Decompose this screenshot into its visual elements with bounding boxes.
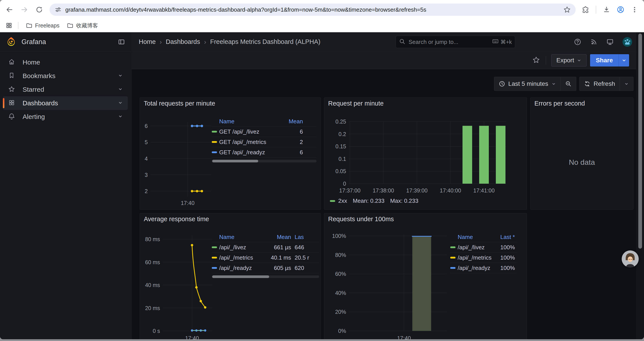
legend-scrollbar-thumb[interactable]	[212, 160, 258, 162]
sidebar-item-alerting[interactable]: Alerting	[3, 110, 128, 124]
legend-series-name[interactable]: 2xx	[338, 197, 347, 204]
zoom-out-button[interactable]	[560, 77, 576, 91]
legend-column-header[interactable]: Name	[219, 118, 279, 125]
page-scrollbar-thumb[interactable]	[638, 34, 642, 249]
series-name[interactable]: /api/_/metrics	[219, 254, 266, 261]
legend-scrollbar[interactable]	[212, 275, 319, 278]
page-scrollbar-track[interactable]	[636, 32, 644, 339]
panel-requests-under-100ms[interactable]: Requests under 100ms 100%80%60%40%20%0%1…	[324, 213, 527, 339]
favorite-star-icon[interactable]	[532, 56, 540, 65]
legend-header[interactable]: NameMean	[212, 117, 316, 127]
breadcrumb-home[interactable]: Home	[139, 38, 156, 46]
series-name[interactable]: GET /api/_/livez	[219, 128, 279, 135]
series-name[interactable]: /api/_/readyz	[219, 265, 266, 271]
series-name[interactable]: /api/_/metrics	[458, 254, 493, 261]
legend-scrollbar[interactable]	[212, 160, 316, 162]
site-settings-icon[interactable]	[54, 6, 62, 14]
legend-table: NameMeanLas/api/_/livez661 µs646/api/_/m…	[212, 232, 319, 278]
series-name[interactable]: GET /api/_/metrics	[219, 139, 279, 146]
help-icon[interactable]	[574, 38, 581, 46]
panel-errors-per-second[interactable]: Errors per second No data	[530, 97, 634, 210]
legend-header[interactable]: NameLast *	[450, 232, 517, 242]
chevron-down-icon[interactable]	[118, 73, 123, 79]
legend-scrollbar-thumb[interactable]	[212, 275, 269, 278]
star-icon	[8, 86, 15, 94]
share-button[interactable]: Share	[590, 54, 629, 67]
reload-icon[interactable]	[36, 6, 43, 14]
legend-column-header[interactable]: Name	[458, 234, 493, 240]
legend-row[interactable]: /api/_/metrics40.1 ms20.5 r	[212, 253, 319, 263]
legend-header[interactable]: NameMeanLas	[212, 232, 319, 242]
grafana-logo[interactable]	[6, 37, 16, 47]
export-button[interactable]: Export	[551, 54, 586, 67]
floating-avatar[interactable]	[622, 250, 639, 267]
bookmark-star-icon[interactable]	[563, 6, 571, 14]
svg-text:17:38:00: 17:38:00	[373, 187, 394, 194]
series-value: 661 µs	[266, 244, 291, 251]
refresh-button[interactable]: Refresh	[580, 77, 620, 91]
panel-average-response-time[interactable]: Average response time 80 ms60 ms40 ms20 …	[140, 213, 321, 339]
sidebar-item-bookmarks[interactable]: Bookmarks	[3, 69, 128, 83]
sidebar-nav: Home Bookmarks Starred Dashboards	[0, 52, 131, 124]
panel-title[interactable]: Errors per second	[534, 100, 585, 107]
series-name[interactable]: GET /api/_/readyz	[219, 149, 279, 156]
legend-row[interactable]: /api/_/metrics100%	[450, 253, 517, 263]
sidebar-item-dashboards[interactable]: Dashboards	[3, 96, 128, 110]
series-value: 620	[294, 265, 319, 271]
bookmarks-bar: Freeleaps 收藏博客	[0, 19, 644, 32]
legend-row[interactable]: /api/_/livez100%	[450, 242, 517, 253]
legend[interactable]: 2xx Mean: 0.233 Max: 0.233	[330, 197, 418, 204]
svg-text:80 ms: 80 ms	[145, 236, 160, 242]
series-name[interactable]: /api/_/readyz	[458, 265, 493, 271]
legend-column-header[interactable]: Name	[219, 234, 266, 240]
legend-row[interactable]: /api/_/livez661 µs646	[212, 242, 319, 253]
sidebar-item-home[interactable]: Home	[3, 56, 128, 69]
legend-column-header[interactable]: Mean	[266, 234, 291, 240]
refresh-icon	[584, 81, 590, 87]
series-color-swatch	[450, 267, 456, 269]
legend-row[interactable]: GET /api/_/livez6	[212, 127, 316, 137]
extensions-icon[interactable]	[582, 6, 589, 14]
back-icon[interactable]	[6, 6, 13, 14]
legend-row[interactable]: /api/_/readyz100%	[450, 263, 517, 273]
series-name[interactable]: /api/_/livez	[458, 244, 493, 251]
chevron-down-icon[interactable]	[118, 87, 123, 93]
chevron-down-icon[interactable]	[118, 100, 123, 106]
user-avatar[interactable]	[622, 37, 632, 47]
news-rss-icon[interactable]	[590, 38, 598, 46]
panel-total-requests-per-minute[interactable]: Total requests per minute 6543217:40 Nam…	[140, 97, 321, 210]
series-value: 646	[294, 244, 319, 251]
url-text[interactable]: grafana.mathmast.com/d/deytv4rwavabkb/fr…	[65, 6, 563, 13]
share-menu-caret[interactable]	[618, 54, 629, 67]
bookmark-folder-freeleaps[interactable]: Freeleaps	[26, 22, 60, 29]
menu-icon[interactable]	[631, 6, 638, 14]
sidebar-item-starred[interactable]: Starred	[3, 83, 128, 96]
url-bar[interactable]: grafana.mathmast.com/d/deytv4rwavabkb/fr…	[50, 4, 576, 16]
time-range-picker[interactable]: Last 5 minutes	[494, 77, 560, 91]
legend-column-header[interactable]: Last *	[493, 234, 515, 240]
search-input[interactable]	[408, 38, 492, 46]
display-icon[interactable]	[606, 38, 614, 46]
legend-row[interactable]: GET /api/_/metrics2	[212, 137, 316, 147]
brand-title: Grafana	[22, 38, 118, 46]
search-box[interactable]: ⌘+k	[396, 36, 515, 48]
forward-icon[interactable]	[20, 6, 28, 14]
downloads-icon[interactable]	[603, 6, 610, 14]
legend-column-header[interactable]: Mean	[279, 118, 303, 125]
svg-text:20 ms: 20 ms	[145, 305, 160, 311]
breadcrumb-dashboards[interactable]: Dashboards	[166, 38, 200, 46]
legend-row[interactable]: GET /api/_/readyz6	[212, 147, 316, 158]
panel-request-per-minute[interactable]: Request per minute 0.250.20.150.10.05017…	[324, 97, 527, 210]
sidebar-toggle-icon[interactable]	[118, 38, 125, 46]
legend-column-header[interactable]: Las	[294, 234, 319, 240]
chevron-down-icon[interactable]	[118, 114, 123, 120]
legend-row[interactable]: /api/_/readyz605 µs620	[212, 263, 319, 273]
profile-icon[interactable]	[617, 6, 624, 14]
bookmarks-divider	[18, 22, 18, 29]
apps-grid-icon[interactable]	[5, 22, 13, 29]
keyboard-icon	[492, 38, 499, 46]
refresh-interval-caret[interactable]	[620, 77, 633, 91]
bookmark-folder-blogs[interactable]: 收藏博客	[67, 22, 98, 29]
series-name[interactable]: /api/_/livez	[219, 244, 266, 251]
grafana-header: Home › Dashboards › Freeleaps Metrics Da…	[132, 32, 644, 52]
